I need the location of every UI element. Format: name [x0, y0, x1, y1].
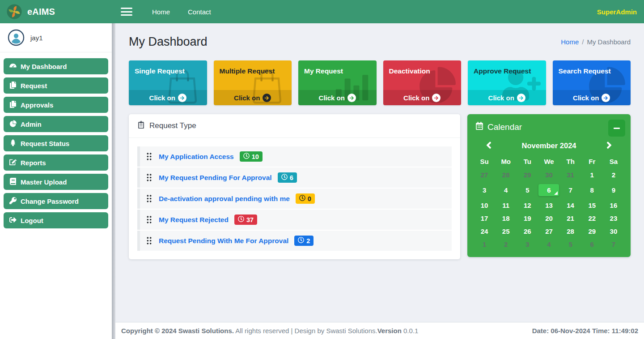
calendar-day-cell[interactable]: 28 — [495, 168, 517, 181]
card-deactivation[interactable]: DeactivationClick on — [383, 60, 462, 105]
calendar-day-cell[interactable]: 5 — [517, 181, 538, 199]
drag-handle-icon[interactable] — [146, 173, 152, 182]
calendar-day-cell[interactable]: 29 — [581, 225, 603, 238]
sidebar-item-logout[interactable]: Logout — [4, 212, 108, 228]
clipboard-icon — [137, 121, 145, 131]
calendar-day-cell[interactable]: 7 — [560, 181, 581, 199]
badge-count: 37 — [246, 216, 254, 223]
drag-handle-icon[interactable] — [146, 236, 152, 245]
calendar-collapse-button[interactable] — [608, 120, 625, 137]
request-type-link[interactable]: My Request Rejected — [159, 216, 229, 224]
sidebar-item-admin[interactable]: Admin — [4, 116, 108, 132]
calendar-day-cell[interactable]: 21 — [560, 212, 581, 225]
calendar-prev-button[interactable] — [486, 141, 493, 150]
sidebar-item-request[interactable]: Request — [4, 77, 108, 94]
card-action-label: Click on — [573, 94, 599, 102]
breadcrumb-current: My Dashboard — [587, 38, 631, 46]
calendar-day-cell[interactable]: 15 — [581, 199, 603, 212]
card-footer[interactable]: Click on — [553, 90, 631, 105]
calendar-day-cell[interactable]: 12 — [517, 199, 538, 212]
count-badge[interactable]: 10 — [240, 151, 263, 162]
request-type-link[interactable]: De-activation approval pending with me — [159, 195, 290, 203]
count-badge[interactable]: 6 — [278, 172, 297, 183]
calendar-day-cell[interactable]: 31 — [560, 168, 581, 181]
calendar-day-cell[interactable]: 7 — [603, 238, 624, 251]
calendar-day-cell[interactable]: 29 — [517, 168, 538, 181]
calendar-day-cell[interactable]: 18 — [495, 212, 517, 225]
brand[interactable]: eAIMS — [0, 3, 112, 20]
calendar-day-cell[interactable]: 17 — [474, 212, 495, 225]
count-badge[interactable]: 37 — [234, 215, 257, 225]
breadcrumb-home-link[interactable]: Home — [561, 38, 579, 46]
calendar-day-cell[interactable]: 1 — [474, 238, 495, 251]
card-single-request[interactable]: Single RequestClick on — [129, 60, 207, 105]
sidebar-item-request-status[interactable]: Request Status — [4, 135, 108, 151]
calendar-day-cell[interactable]: 20 — [538, 212, 559, 225]
calendar-day-cell[interactable]: 14 — [560, 199, 581, 212]
calendar-day-cell[interactable]: 26 — [517, 225, 538, 238]
calendar-day-cell[interactable]: 4 — [538, 238, 559, 251]
calendar-day-cell[interactable]: 24 — [474, 225, 495, 238]
calendar-day-cell[interactable]: 3 — [517, 238, 538, 251]
card-footer[interactable]: Click on — [383, 90, 462, 105]
card-approve-request[interactable]: Approve RequestClick on — [468, 60, 546, 105]
request-type-link[interactable]: Request Pending With Me For Approval — [159, 237, 288, 245]
calendar-day-cell[interactable]: 22 — [581, 212, 603, 225]
calendar-day-cell[interactable]: 3 — [474, 181, 495, 199]
sidebar-item-master-upload[interactable]: Master Upload — [4, 174, 108, 190]
hamburger-menu-icon[interactable] — [121, 8, 132, 16]
calendar-header: Calendar — [474, 120, 624, 136]
sidebar-item-label: Request — [21, 82, 47, 90]
calendar-day-cell[interactable]: 30 — [603, 225, 624, 238]
request-type-link[interactable]: My Application Access — [159, 153, 234, 161]
breadcrumb-separator: / — [582, 38, 584, 46]
calendar-day-header: Su — [474, 154, 495, 168]
calendar-day-cell[interactable]: 19 — [517, 212, 538, 225]
count-badge[interactable]: 0 — [296, 193, 315, 204]
calendar-day-cell[interactable]: 2 — [495, 238, 517, 251]
calendar-day-cell[interactable]: 25 — [495, 225, 517, 238]
calendar-day-cell[interactable]: 2 — [603, 168, 624, 181]
calendar-day-cell[interactable]: 13 — [538, 199, 559, 212]
calendar-day-cell[interactable]: 30 — [538, 168, 559, 181]
card-search-request[interactable]: Search RequestClick on — [553, 60, 631, 105]
sidebar-item-my-dashboard[interactable]: My Dashboard — [4, 58, 108, 74]
calendar-day-cell[interactable]: 1 — [581, 168, 603, 181]
sidebar-item-approvals[interactable]: Approvals — [4, 97, 108, 113]
calendar-day-cell[interactable]: 8 — [581, 181, 603, 199]
request-type-row: My Application Access10 — [137, 146, 452, 167]
request-type-link[interactable]: My Request Pending For Approval — [159, 174, 272, 182]
nav-link-home[interactable]: Home — [143, 1, 179, 23]
card-my-request[interactable]: My RequestClick on — [298, 60, 377, 105]
drag-handle-icon[interactable] — [146, 152, 152, 161]
calendar-day-cell[interactable]: 5 — [560, 238, 581, 251]
card-footer[interactable]: Click on — [214, 90, 292, 105]
sidebar-item-reports[interactable]: Reports — [4, 154, 108, 171]
card-footer[interactable]: Click on — [298, 90, 377, 105]
calendar-day-cell[interactable]: 16 — [603, 199, 624, 212]
calendar-day-cell[interactable]: 6 — [581, 238, 603, 251]
calendar-day-cell[interactable]: 23 — [603, 212, 624, 225]
calendar-day-cell[interactable]: 4 — [495, 181, 517, 199]
card-footer[interactable]: Click on — [129, 90, 207, 105]
brand-name: eAIMS — [27, 7, 55, 17]
drag-handle-icon[interactable] — [146, 194, 152, 203]
card-multiple-request[interactable]: Multiple RequestClick on — [214, 60, 292, 105]
calendar-day-cell[interactable]: 27 — [538, 225, 559, 238]
user-role-label[interactable]: SuperAdmin — [597, 8, 637, 16]
calendar-day-cell[interactable]: 27 — [474, 168, 495, 181]
count-badge[interactable]: 2 — [294, 236, 314, 246]
sidebar-scrollbar[interactable] — [112, 23, 115, 339]
card-action-label: Click on — [149, 94, 175, 102]
calendar-day-cell[interactable]: 10 — [474, 199, 495, 212]
calendar-day-cell[interactable]: 9 — [603, 181, 624, 199]
sidebar-item-change-password[interactable]: Change Password — [4, 193, 108, 209]
calendar-day-cell[interactable]: 6 — [538, 181, 559, 199]
calendar-day-cell[interactable]: 28 — [560, 225, 581, 238]
nav-link-contact[interactable]: Contact — [179, 1, 220, 23]
calendar-day-cell[interactable]: 11 — [495, 199, 517, 212]
arrow-circle-right-icon — [432, 94, 441, 102]
card-footer[interactable]: Click on — [468, 90, 546, 105]
calendar-next-button[interactable] — [605, 141, 612, 150]
drag-handle-icon[interactable] — [146, 215, 152, 224]
